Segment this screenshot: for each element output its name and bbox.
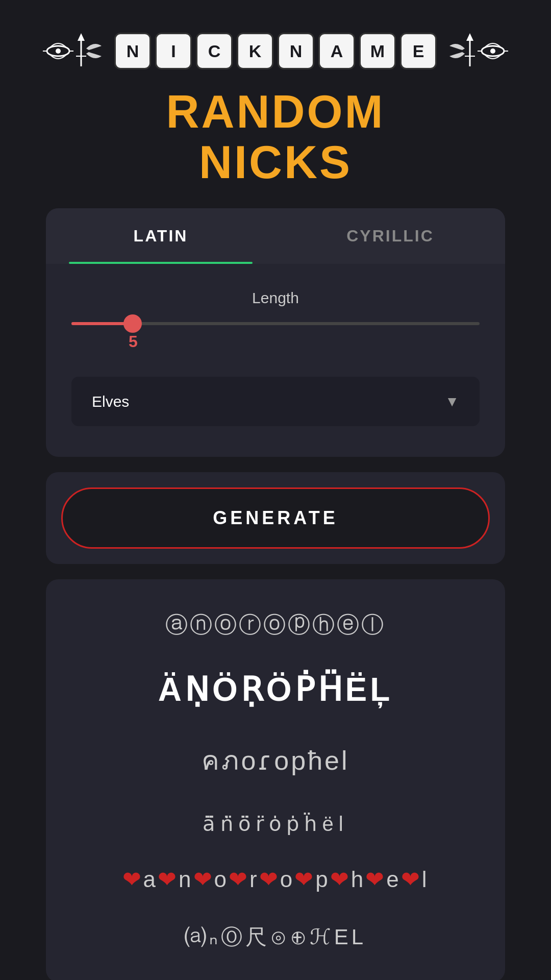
length-label: Length bbox=[71, 289, 480, 307]
generate-card: GENERATE bbox=[46, 472, 505, 564]
result-fancy-text: ⒜ₙⓄ尺⊙⊕ℋEL bbox=[71, 923, 480, 951]
svg-point-1 bbox=[56, 48, 61, 54]
result-hearts: ❤a❤n❤o❤r❤o❤p❤h❤e❤l bbox=[71, 866, 480, 892]
svg-marker-8 bbox=[466, 33, 473, 41]
heart-icon-4: ❤ bbox=[229, 867, 249, 892]
result-hearts-text: ❤a❤n❤o❤r❤o❤p❤h❤e❤l bbox=[71, 866, 480, 892]
tabs-body: Length 5 Elves Human Dwarf Orc Dragon ▼ bbox=[46, 264, 505, 457]
slider-track[interactable] bbox=[71, 322, 480, 325]
result-thai-text: คภoɾopħel bbox=[71, 739, 480, 781]
tabs-card: LATIN CYRILLIC Length 5 Elves Hum bbox=[46, 208, 505, 457]
heart-icon-2: ❤ bbox=[158, 867, 179, 892]
nickname-tiles: N I C K N A M E bbox=[114, 33, 437, 69]
app-header: N I C K N A M E bbox=[0, 20, 551, 82]
result-diacritic: ä̈ṅ̈ö̈r̈ȯṗḧël bbox=[71, 812, 480, 836]
tile-m: M bbox=[359, 33, 396, 69]
right-decoration bbox=[447, 31, 508, 71]
result-fancy: ⒜ₙⓄ尺⊙⊕ℋEL bbox=[71, 923, 480, 951]
generate-button[interactable]: GENERATE bbox=[61, 487, 490, 549]
tile-a: A bbox=[318, 33, 355, 69]
tabs-header: LATIN CYRILLIC bbox=[46, 208, 505, 264]
heart-icon-3: ❤ bbox=[193, 867, 214, 892]
result-circled-text: ⓐⓝⓞⓡⓞⓟⓗⓔⓛ bbox=[71, 610, 480, 640]
heart-icon-9: ❤ bbox=[401, 867, 422, 892]
heart-icon-8: ❤ bbox=[365, 867, 386, 892]
main-title-line1: RANDOM bbox=[166, 87, 385, 137]
svg-marker-5 bbox=[78, 33, 85, 41]
heart-icon-6: ❤ bbox=[294, 867, 315, 892]
main-title-line2: NICKS bbox=[166, 137, 385, 188]
tile-n2: N bbox=[278, 33, 314, 69]
tile-k: K bbox=[237, 33, 273, 69]
slider-thumb[interactable] bbox=[123, 314, 142, 333]
svg-point-11 bbox=[490, 48, 495, 54]
style-dropdown-wrapper[interactable]: Elves Human Dwarf Orc Dragon ▼ bbox=[71, 377, 480, 426]
tile-e: E bbox=[400, 33, 437, 69]
result-dotted-upper: ÄṆÖṚÖṖḦËĻ bbox=[71, 671, 480, 708]
result-circled: ⓐⓝⓞⓡⓞⓟⓗⓔⓛ bbox=[71, 610, 480, 640]
left-decoration bbox=[43, 31, 104, 71]
tab-latin[interactable]: LATIN bbox=[46, 208, 276, 264]
result-dotted-upper-text: ÄṆÖṚÖṖḦËĻ bbox=[71, 671, 480, 708]
heart-icon-7: ❤ bbox=[330, 867, 351, 892]
heart-icon-1: ❤ bbox=[122, 867, 143, 892]
tile-c: C bbox=[196, 33, 233, 69]
result-thai: คภoɾopħel bbox=[71, 739, 480, 781]
tab-cyrillic[interactable]: CYRILLIC bbox=[276, 208, 505, 264]
main-title-section: RANDOM NICKS bbox=[166, 87, 385, 188]
result-diacritic-text: ä̈ṅ̈ö̈r̈ȯṗḧël bbox=[71, 812, 480, 836]
tile-i: I bbox=[155, 33, 192, 69]
slider-value: 5 bbox=[129, 332, 480, 351]
results-card: ⓐⓝⓞⓡⓞⓟⓗⓔⓛ ÄṆÖṚÖṖḦËĻ คภoɾopħel ä̈ṅ̈ö̈r̈ȯṗ… bbox=[46, 579, 505, 980]
length-slider-container: 5 bbox=[71, 322, 480, 351]
heart-icon-5: ❤ bbox=[259, 867, 280, 892]
style-dropdown[interactable]: Elves Human Dwarf Orc Dragon bbox=[71, 377, 480, 426]
tile-n1: N bbox=[114, 33, 151, 69]
